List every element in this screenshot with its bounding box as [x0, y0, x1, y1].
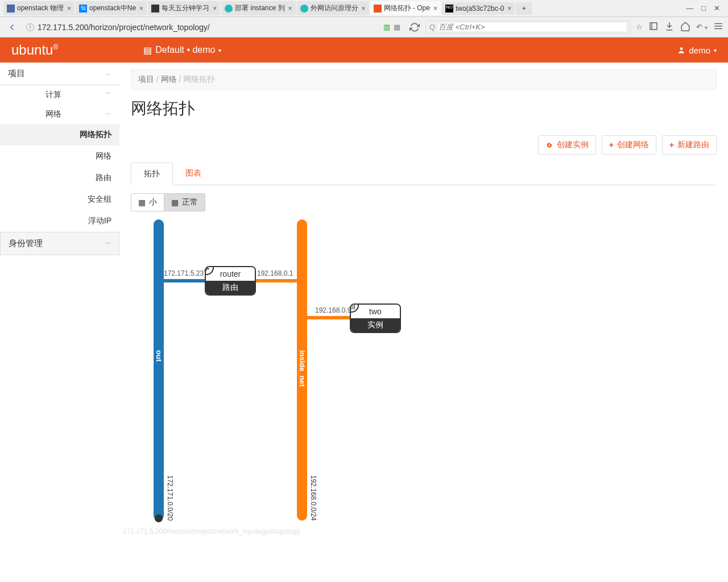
sidebar-sub-network[interactable]: 网络︿	[0, 105, 119, 124]
library-icon[interactable]	[648, 21, 659, 33]
app-header: ubuntu® ▤ Default • demo ▾ demo ▾	[0, 38, 728, 63]
bookmark-icon[interactable]: ☆	[636, 23, 643, 31]
sidebar-panel-identity[interactable]: 身份管理﹀	[0, 232, 119, 255]
grid-icon: ▦	[138, 198, 146, 207]
browser-tabs: openstack 物理× 知openstack中Ne× 每天五分钟学习× 部署…	[0, 0, 728, 17]
browser-tab[interactable]: NOtwo(a53c72bc-0×	[442, 2, 515, 15]
logo: ubuntu®	[11, 42, 58, 58]
reload-button[interactable]	[407, 20, 422, 35]
browser-tab-active[interactable]: 网络拓扑 - Ope×	[370, 1, 441, 15]
grid-icon: ▦	[171, 198, 179, 207]
maximize-icon[interactable]: □	[701, 4, 706, 13]
network-out[interactable]: out 172.171.0.0/20	[154, 219, 164, 521]
sidebar-item-topology[interactable]: 网络拓扑	[0, 124, 119, 146]
crumb-project[interactable]: 项目	[138, 74, 154, 84]
crumb-current: 网络拓扑	[183, 74, 215, 84]
download-icon[interactable]	[664, 21, 675, 33]
browser-tab[interactable]: 部署 instance 到×	[221, 1, 295, 15]
browser-tab[interactable]: 外网访问原理分×	[297, 1, 369, 15]
network-inside[interactable]: inside_net 192.168.0.0/24	[297, 219, 307, 521]
main-content: 项目 / 网络 / 网络拓扑 网络拓扑 创建实例 +创建网络 +新建路由 拓扑 …	[119, 63, 728, 538]
svg-rect-0	[650, 23, 657, 30]
close-icon[interactable]: ×	[507, 5, 511, 13]
close-icon[interactable]: ×	[67, 5, 71, 13]
url-bar[interactable]: i 172.171.5.200/horizon/project/network_…	[23, 21, 404, 34]
sidebar-item-networks[interactable]: 网络	[0, 146, 119, 167]
qr-icon[interactable]: ▦	[394, 23, 400, 31]
close-window-icon[interactable]: ✕	[714, 4, 720, 13]
close-icon[interactable]: ×	[433, 5, 437, 13]
topology-canvas: out 172.171.0.0/20 inside_net 192.168.0.…	[154, 219, 717, 521]
router-node[interactable]: ✱ router 路由	[205, 266, 256, 296]
link-router-in	[256, 279, 301, 282]
create-network-button[interactable]: +创建网络	[602, 135, 656, 155]
menu-icon[interactable]	[713, 21, 723, 33]
sidebar-item-floating[interactable]: 浮动IP	[0, 210, 119, 232]
ip-label: 192.168.0.1	[257, 269, 293, 277]
globe-icon	[155, 514, 163, 522]
sidebar-sub-compute[interactable]: 计算﹀	[0, 85, 119, 105]
project-switcher[interactable]: ▤ Default • demo ▾	[143, 45, 221, 56]
ip-label: 192.168.0.9	[315, 306, 351, 314]
search-box[interactable]: Q	[425, 20, 630, 34]
tab-graph[interactable]: 图表	[173, 163, 214, 185]
back-button[interactable]	[5, 20, 19, 35]
size-toggle: ▦小 ▦正常	[131, 193, 717, 211]
instance-node[interactable]: ▤ two 实例	[350, 304, 401, 333]
shield-icon[interactable]: ▥	[383, 23, 390, 31]
launch-instance-button[interactable]: 创建实例	[538, 135, 596, 155]
browser-tab[interactable]: 知openstack中Ne×	[76, 1, 147, 15]
sidebar-item-routers[interactable]: 路由	[0, 167, 119, 189]
view-tabs: 拓扑 图表	[131, 163, 717, 185]
info-icon[interactable]: i	[26, 23, 34, 31]
status-bar: 172.171.5.200/horizon/project/network_to…	[123, 527, 300, 535]
home-icon[interactable]	[680, 21, 690, 33]
size-normal-button[interactable]: ▦正常	[164, 193, 205, 211]
user-menu[interactable]: demo ▾	[677, 45, 717, 55]
search-icon: Q	[429, 23, 435, 31]
browser-tab[interactable]: 每天五分钟学习×	[148, 1, 220, 15]
minimize-icon[interactable]: —	[686, 4, 693, 13]
tab-topology[interactable]: 拓扑	[131, 163, 173, 185]
browser-tab[interactable]: openstack 物理×	[3, 1, 75, 15]
size-small-button[interactable]: ▦小	[131, 193, 164, 211]
sidebar-item-secgroups[interactable]: 安全组	[0, 189, 119, 210]
svg-point-5	[680, 47, 683, 50]
sidebar-panel-project[interactable]: 项目︿	[0, 63, 119, 85]
link-router-out	[162, 279, 207, 282]
close-icon[interactable]: ×	[362, 5, 366, 13]
close-icon[interactable]: ×	[139, 5, 143, 13]
new-tab-button[interactable]: +	[516, 2, 532, 15]
close-icon[interactable]: ×	[288, 5, 292, 13]
history-icon[interactable]: ↶ ▾	[696, 23, 708, 31]
sidebar: 项目︿ 计算﹀ 网络︿ 网络拓扑 网络 路由 安全组 浮动IP 身份管理﹀	[0, 63, 119, 538]
link-instance	[305, 316, 350, 319]
crumb-network[interactable]: 网络	[161, 74, 177, 84]
ip-label: 172.171.5.237	[164, 269, 208, 277]
breadcrumb: 项目 / 网络 / 网络拓扑	[131, 69, 717, 90]
create-router-button[interactable]: +新建路由	[662, 135, 717, 155]
close-icon[interactable]: ×	[213, 5, 217, 13]
page-title: 网络拓扑	[131, 98, 717, 119]
